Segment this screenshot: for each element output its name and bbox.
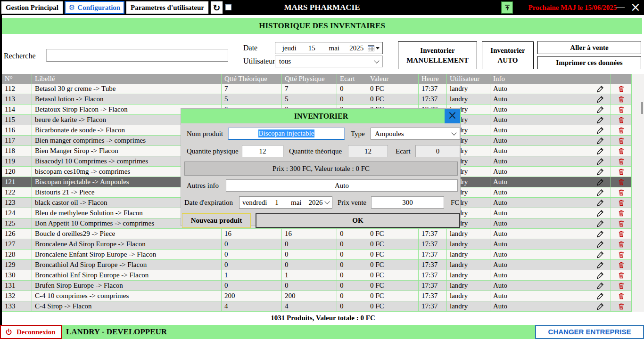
- edit-row-button[interactable]: [590, 208, 611, 218]
- menu-configuration[interactable]: ⚙ Configuration: [65, 1, 124, 14]
- edit-row-button[interactable]: [590, 187, 611, 198]
- table-row[interactable]: 112 Betasol 30 gr creme -> Tube 7 7 0 0 …: [2, 84, 632, 94]
- row-libelle-cell: Brufen Sirop Europe -> Flacon: [32, 281, 222, 291]
- titlebar-checkbox[interactable]: [225, 4, 231, 10]
- date-picker[interactable]: jeudi 15 mai 2025: [275, 42, 383, 54]
- pencil-icon: [596, 188, 604, 196]
- edit-row-button[interactable]: [590, 198, 611, 208]
- delete-row-button[interactable]: [611, 187, 632, 198]
- row-heure-cell: 17:37: [419, 260, 447, 270]
- ok-button[interactable]: OK: [256, 213, 460, 228]
- table-row[interactable]: 131 Brufen Sirop Europe -> Flacon 0 0 0 …: [2, 281, 632, 291]
- delete-row-button[interactable]: [611, 250, 632, 260]
- vertical-scrollbar[interactable]: [632, 74, 644, 312]
- edit-row-button[interactable]: [590, 177, 611, 187]
- row-ecart-cell: 0: [337, 260, 367, 270]
- delete-row-button[interactable]: [611, 177, 632, 187]
- go-to-sale-button[interactable]: Aller à vente: [537, 41, 641, 54]
- edit-row-button[interactable]: [590, 125, 611, 136]
- sale-price-input[interactable]: [371, 196, 444, 209]
- edit-row-button[interactable]: [590, 229, 611, 239]
- modal-close-button[interactable]: ×: [445, 109, 460, 123]
- delete-row-button[interactable]: [611, 94, 632, 105]
- inventory-manual-button[interactable]: Inventorier MANUELLEMENT: [398, 41, 477, 69]
- pencil-icon: [596, 261, 604, 269]
- row-num-cell: 129: [2, 260, 32, 270]
- menu-parametres-utilisateur[interactable]: Parametres d'utilisateur: [126, 1, 209, 14]
- ecart-value: 0: [415, 145, 460, 157]
- delete-row-button[interactable]: [611, 198, 632, 208]
- delete-row-button[interactable]: [611, 229, 632, 239]
- menu-gestion-principal[interactable]: Gestion Principal: [1, 1, 63, 14]
- header-qty-theorique: Qtté Théorique: [222, 74, 282, 84]
- qty-physique-input[interactable]: [242, 145, 283, 157]
- table-row[interactable]: 129 Broncathiol Ad Sirop Europe -> Flaco…: [2, 260, 632, 270]
- edit-row-button[interactable]: [590, 270, 611, 281]
- edit-row-button[interactable]: [590, 136, 611, 146]
- search-input[interactable]: [46, 49, 228, 62]
- delete-row-button[interactable]: [611, 125, 632, 136]
- refresh-button[interactable]: ↻: [210, 1, 223, 14]
- delete-row-button[interactable]: [611, 270, 632, 281]
- edit-row-button[interactable]: [590, 301, 611, 312]
- pencil-icon: [596, 282, 604, 290]
- export-button[interactable]: [501, 1, 513, 14]
- table-row[interactable]: 126 Boucle d oreilles29 -> Piece 16 16 0…: [2, 229, 632, 239]
- scrollbar-thumb[interactable]: [641, 102, 643, 114]
- edit-row-button[interactable]: [590, 146, 611, 156]
- inventory-auto-button[interactable]: Inventorier AUTO: [482, 41, 534, 69]
- row-num-cell: 114: [2, 105, 32, 115]
- new-product-button[interactable]: Nouveau produit: [182, 213, 251, 228]
- expiration-date-select[interactable]: vendredi 1 mai 2026: [239, 196, 332, 209]
- change-company-button[interactable]: CHANGER ENTREPRISE: [535, 325, 644, 339]
- delete-row-button[interactable]: [611, 156, 632, 167]
- row-heure-cell: 17:37: [419, 229, 447, 239]
- edit-row-button[interactable]: [590, 239, 611, 250]
- user-filter-select[interactable]: tous: [275, 56, 383, 67]
- minimize-button[interactable]: —: [613, 0, 628, 15]
- row-info-cell: Auto: [490, 281, 590, 291]
- type-select[interactable]: Ampoules: [371, 128, 460, 140]
- delete-row-button[interactable]: [611, 218, 632, 229]
- delete-row-button[interactable]: [611, 84, 632, 94]
- edit-row-button[interactable]: [590, 260, 611, 270]
- table-row[interactable]: 132 C-4 10 comprimes -> comprimes 200 20…: [2, 291, 632, 301]
- edit-row-button[interactable]: [590, 281, 611, 291]
- header-heure: Heure: [419, 74, 447, 84]
- delete-row-button[interactable]: [611, 281, 632, 291]
- delete-row-button[interactable]: [611, 291, 632, 301]
- edit-row-button[interactable]: [590, 167, 611, 177]
- table-row[interactable]: 113 Betasol lotion -> Flacon 5 5 0 0 FC …: [2, 94, 632, 105]
- row-ecart-cell: 0: [337, 291, 367, 301]
- edit-row-button[interactable]: [590, 291, 611, 301]
- trash-icon: [618, 85, 625, 93]
- table-row[interactable]: 133 C-4 Sirop -> Flacon 4 4 0 0 FC 17:37…: [2, 301, 632, 312]
- edit-row-button[interactable]: [590, 84, 611, 94]
- table-row[interactable]: 128 Broncalene Enfant Sirop Europe -> Fl…: [2, 250, 632, 260]
- table-row[interactable]: 130 Broncathiol Enf Sirop Europe -> Flac…: [2, 270, 632, 281]
- logout-button[interactable]: Deconnexion: [0, 325, 62, 339]
- delete-row-button[interactable]: [611, 105, 632, 115]
- edit-row-button[interactable]: [590, 115, 611, 125]
- delete-row-button[interactable]: [611, 239, 632, 250]
- product-name-input[interactable]: Biscopan injectable: [228, 128, 345, 140]
- edit-row-button[interactable]: [590, 94, 611, 105]
- edit-row-button[interactable]: [590, 156, 611, 167]
- close-button[interactable]: ×: [628, 0, 643, 15]
- edit-row-button[interactable]: [590, 218, 611, 229]
- delete-row-button[interactable]: [611, 260, 632, 270]
- delete-row-button[interactable]: [611, 301, 632, 312]
- other-info-input[interactable]: [226, 179, 458, 192]
- print-data-button[interactable]: Imprimer ces données: [537, 56, 641, 69]
- edit-row-button[interactable]: [590, 250, 611, 260]
- delete-row-button[interactable]: [611, 146, 632, 156]
- table-row[interactable]: 127 Broncalene Ad Sirop Europe -> Flacon…: [2, 239, 632, 250]
- delete-row-button[interactable]: [611, 136, 632, 146]
- header-delete-col: [611, 74, 632, 84]
- currency-label: FC: [451, 199, 459, 207]
- delete-row-button[interactable]: [611, 115, 632, 125]
- delete-row-button[interactable]: [611, 167, 632, 177]
- edit-row-button[interactable]: [590, 105, 611, 115]
- delete-row-button[interactable]: [611, 208, 632, 218]
- row-utilisateur-cell: landry: [447, 239, 490, 250]
